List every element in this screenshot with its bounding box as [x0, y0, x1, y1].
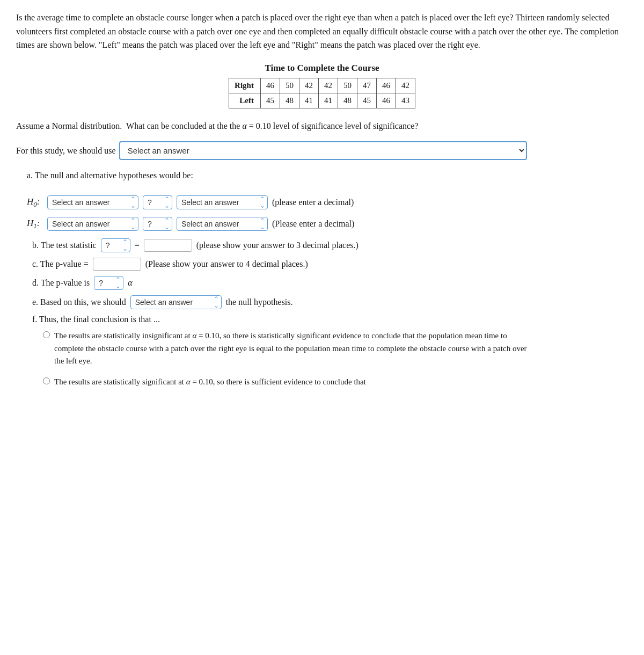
part-b-input[interactable]	[144, 239, 192, 252]
left-label: Left	[229, 93, 261, 108]
right-val-3: 42	[299, 78, 318, 93]
h1-select2-wrapper[interactable]: Select an answer 0 μd ⌃⌄	[177, 217, 268, 231]
part-b-hint: (please show your answer to 3 decimal pl…	[196, 241, 358, 250]
left-val-3: 41	[299, 93, 318, 108]
part-e-label-end: the null hypothesis.	[226, 297, 293, 307]
part-f-label: f. Thus, the final conclusion is that ..…	[32, 315, 160, 324]
left-val-2: 48	[280, 93, 299, 108]
part-a-label: a. The null and alternative hypotheses w…	[27, 171, 628, 180]
left-val-6: 45	[357, 93, 376, 108]
part-b-type-wrapper[interactable]: ? t z ⌃⌄	[101, 238, 130, 252]
conclusion-1-item: The results are statistically insignific…	[43, 330, 628, 367]
part-c-input[interactable]	[93, 258, 141, 271]
conclusion-1-text: The results are statistically insignific…	[54, 330, 537, 367]
part-b-equals: =	[135, 241, 140, 250]
intro-text: Is the average time to complete an obsta…	[16, 11, 628, 52]
left-val-7: 46	[376, 93, 396, 108]
study-use-select-wrapper[interactable]: Select an answer a paired t-test a two-s…	[119, 141, 527, 160]
right-val-2: 50	[280, 78, 299, 93]
h0-select2-wrapper[interactable]: Select an answer 0 μd ⌃⌄	[177, 195, 268, 209]
left-val-5: 48	[338, 93, 357, 108]
study-use-label: For this study, we should use	[16, 146, 116, 156]
h0-select2[interactable]: Select an answer 0 μd	[177, 195, 268, 209]
h1-hint: (Please enter a decimal)	[272, 219, 354, 229]
right-val-4: 42	[318, 78, 338, 93]
part-c-row: c. The p-value = (Please show your answe…	[32, 258, 628, 271]
part-e-select[interactable]: Select an answer reject fail to reject a…	[130, 295, 222, 309]
right-val-6: 47	[357, 78, 376, 93]
h1-question-wrapper[interactable]: ? = < > ≠ ⌃⌄	[143, 217, 172, 231]
h1-row: H1: Select an answer μd μRight μLeft ⌃⌄ …	[27, 217, 628, 231]
data-table: Right 46 50 42 42 50 47 46 42 Left 45 48…	[229, 78, 415, 108]
conclusion-2-item: The results are statistically significan…	[43, 376, 628, 388]
h0-row: H0: Select an answer μd μRight μLeft ⌃⌄ …	[27, 195, 628, 209]
left-val-8: 43	[396, 93, 415, 108]
table-row-right: Right 46 50 42 42 50 47 46 42	[229, 78, 415, 93]
right-val-7: 46	[376, 78, 396, 93]
h1-select2[interactable]: Select an answer 0 μd	[177, 217, 268, 231]
part-b-row: b. The test statistic ? t z ⌃⌄ = (please…	[32, 238, 628, 252]
part-b-type-select[interactable]: ? t z	[101, 238, 130, 252]
h0-question-wrapper[interactable]: ? = < > ≠ ⌃⌄	[143, 195, 172, 209]
h1-select1[interactable]: Select an answer μd μRight μLeft	[47, 217, 138, 231]
conclusion-1-radio[interactable]	[43, 331, 50, 338]
right-val-5: 50	[338, 78, 357, 93]
h1-operator-select[interactable]: ? = < > ≠	[143, 217, 172, 231]
radio-section: The results are statistically insignific…	[43, 330, 628, 388]
part-f-row: f. Thus, the final conclusion is that ..…	[32, 315, 628, 324]
h0-operator-select[interactable]: ? = < > ≠	[143, 195, 172, 209]
right-val-8: 42	[396, 78, 415, 93]
left-val-4: 41	[318, 93, 338, 108]
h1-select1-wrapper[interactable]: Select an answer μd μRight μLeft ⌃⌄	[47, 217, 138, 231]
left-val-1: 45	[260, 93, 280, 108]
part-d-select[interactable]: ? < > =	[94, 276, 123, 290]
part-d-alpha: α	[128, 278, 132, 288]
study-use-row: For this study, we should use Select an …	[16, 141, 628, 160]
part-d-select-wrapper[interactable]: ? < > = ⌃⌄	[94, 276, 123, 290]
table-row-left: Left 45 48 41 41 48 45 46 43	[229, 93, 415, 108]
h1-label: H1:	[27, 218, 43, 230]
h0-hint: (please enter a decimal)	[272, 198, 354, 207]
sub-items: b. The test statistic ? t z ⌃⌄ = (please…	[32, 238, 628, 324]
part-e-select-wrapper[interactable]: Select an answer reject fail to reject a…	[130, 295, 222, 309]
right-label: Right	[229, 78, 261, 93]
study-use-select[interactable]: Select an answer a paired t-test a two-s…	[119, 141, 527, 160]
h0-select1[interactable]: Select an answer μd μRight μLeft	[47, 195, 138, 209]
conclusion-2-text: The results are statistically significan…	[54, 376, 366, 388]
h0-label: H0:	[27, 196, 43, 209]
table-title: Time to Complete the Course	[265, 63, 379, 74]
part-c-hint: (Please show your answer to 4 decimal pl…	[145, 259, 308, 269]
part-c-label: c. The p-value =	[32, 259, 89, 269]
conclusion-2-radio[interactable]	[43, 377, 50, 384]
h0-select1-wrapper[interactable]: Select an answer μd μRight μLeft ⌃⌄	[47, 195, 138, 209]
part-e-label-start: e. Based on this, we should	[32, 297, 126, 307]
part-d-row: d. The p-value is ? < > = ⌃⌄ α	[32, 276, 628, 290]
right-val-1: 46	[260, 78, 280, 93]
part-e-row: e. Based on this, we should Select an an…	[32, 295, 628, 309]
part-b-label: b. The test statistic	[32, 241, 97, 250]
part-d-label: d. The p-value is	[32, 278, 90, 288]
assumption-text: Assume a Normal distribution. What can b…	[16, 119, 628, 133]
table-section: Time to Complete the Course Right 46 50 …	[16, 63, 628, 108]
